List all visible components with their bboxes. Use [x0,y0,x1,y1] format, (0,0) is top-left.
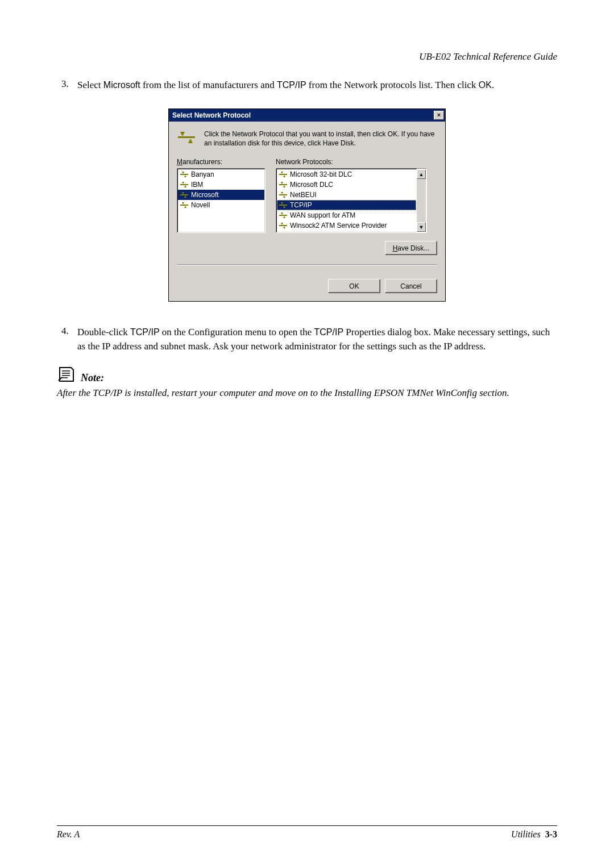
protocol-item[interactable]: Microsoft DLC [277,180,416,190]
close-icon: × [437,112,441,118]
step3-ok: OK [479,80,492,90]
protocol-icon [279,170,288,178]
svg-rect-5 [279,174,287,175]
protocol-label: TCP/IP [290,201,312,209]
protocol-item[interactable]: Microsoft 32-bit DLC [277,169,416,180]
svg-rect-2 [180,184,188,185]
protocol-icon [180,201,189,209]
manufacturer-label: IBM [191,181,203,189]
svg-rect-8 [279,205,287,206]
note-icon [57,365,76,384]
step3-t2: from the list of manufacturers and [140,80,277,90]
protocol-icon [279,211,288,219]
footer-right: Utilities 3-3 [511,829,557,840]
manufacturer-item[interactable]: Microsoft [178,190,264,200]
svg-rect-10 [279,225,287,226]
svg-rect-9 [279,215,287,216]
protocol-item[interactable]: TCP/IP [277,200,416,210]
protocol-icon [279,181,288,189]
manufacturer-item[interactable]: Novell [178,200,264,210]
svg-rect-1 [180,174,188,175]
step3-t1: Select [77,80,103,90]
footer-page: 3-3 [545,829,557,839]
manufacturers-label: Manufacturers: [177,158,265,166]
protocol-label: Microsoft DLC [290,181,333,189]
protocol-label: NetBEUI [290,191,317,199]
protocol-label: Winsock2 ATM Service Provider [290,222,387,229]
dialog-screenshot: Select Network Protocol × Click the Netw… [57,108,557,302]
manufacturer-item[interactable]: Banyan [178,169,264,180]
step4-t2: on the Configuration menu to open the [160,327,314,337]
step-4: 4. Double-click TCP/IP on the Configurat… [57,326,557,353]
protocols-label: Network Protocols: [276,158,437,166]
note-label: Note: [81,372,104,384]
protocol-item[interactable]: NetBEUI [277,190,416,200]
protocol-label: WAN support for ATM [290,211,355,219]
protocols-listbox[interactable]: Microsoft 32-bit DLCMicrosoft DLCNetBEUI… [276,168,427,233]
manufacturers-listbox[interactable]: BanyanIBMMicrosoftNovell [177,168,265,233]
protocol-item[interactable]: Winsock2 ATM Service Provider [277,220,416,231]
close-button[interactable]: × [434,111,444,120]
dialog-description: Click the Network Protocol that you want… [204,130,437,148]
svg-rect-6 [279,184,287,185]
step3-microsoft: Microsoft [103,80,140,90]
protocol-icon [279,201,288,209]
protocol-icon [180,181,189,189]
page-footer: Rev. A Utilities 3-3 [57,825,557,840]
protocol-icon [279,222,288,229]
select-network-protocol-dialog: Select Network Protocol × Click the Netw… [168,108,446,302]
ok-button[interactable]: OK [328,279,380,293]
svg-rect-7 [279,194,287,195]
protocol-icon [279,191,288,199]
dialog-separator [177,264,437,265]
protocol-icon [180,170,189,178]
step-3-text: Select Microsoft from the list of manufa… [77,78,557,93]
manufacturer-label: Banyan [191,170,214,178]
chevron-down-icon: ▼ [419,224,424,230]
step4-t1: Double-click [77,327,130,337]
manufacturer-label: Microsoft [191,191,219,199]
svg-rect-4 [180,205,188,206]
step4-tcpip1: TCP/IP [130,327,160,337]
protocol-label: Microsoft 32-bit DLC [290,170,352,178]
step-4-text: Double-click TCP/IP on the Configuration… [77,326,557,353]
protocol-item[interactable]: WAN support for ATM [277,210,416,220]
dialog-title: Select Network Protocol [172,111,251,119]
footer-left: Rev. A [57,829,80,840]
step4-tcpip2: TCP/IP [314,327,344,337]
step3-t4: . [492,80,494,90]
step-4-number: 4. [57,326,77,353]
footer-section: Utilities [511,829,541,839]
scroll-up-button[interactable]: ▲ [417,169,426,179]
scroll-down-button[interactable]: ▼ [417,222,426,232]
manufacturer-item[interactable]: IBM [178,180,264,190]
note-header: Note: [57,365,557,384]
chevron-up-icon: ▲ [419,172,424,177]
note-body: After the TCP/IP is installed, restart y… [57,386,557,400]
step-3: 3. Select Microsoft from the list of man… [57,78,557,93]
have-disk-button[interactable]: Have Disk... [385,241,437,255]
step3-t3: from the Network protocols list. Then cl… [306,80,479,90]
protocols-scrollbar[interactable]: ▲ ▼ [416,169,426,232]
svg-rect-3 [180,194,188,195]
svg-rect-0 [178,136,195,138]
doc-header: UB-E02 Technical Reference Guide [57,51,557,62]
step3-tcpip: TCP/IP [277,80,306,90]
dialog-titlebar: Select Network Protocol × [169,109,445,122]
step-3-number: 3. [57,78,77,93]
protocol-icon [180,191,189,199]
network-protocol-icon [177,130,196,145]
cancel-button[interactable]: Cancel [385,279,437,293]
manufacturer-label: Novell [191,201,210,209]
